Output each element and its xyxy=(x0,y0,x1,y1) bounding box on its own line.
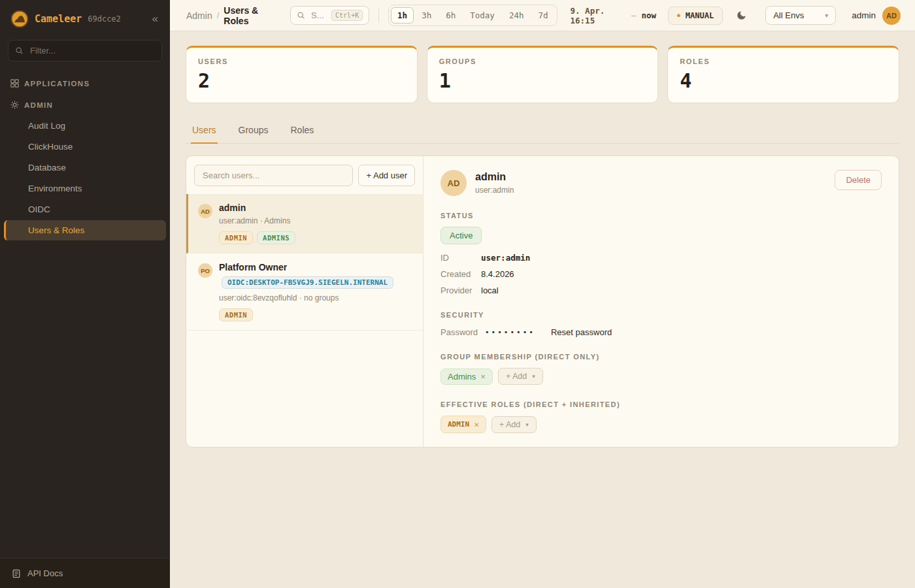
roles-section-label: EFFECTIVE ROLES (DIRECT + INHERITED) xyxy=(441,400,882,408)
reset-password-link[interactable]: Reset password xyxy=(551,327,612,337)
field-value: local xyxy=(481,286,499,295)
user-row-badges: ADMIN xyxy=(219,308,414,321)
add-role-button[interactable]: + Add ▾ xyxy=(491,416,537,433)
add-user-button[interactable]: + Add user xyxy=(358,165,415,186)
user-list-toolbar: + Add user xyxy=(186,156,423,194)
user-detail: AD admin user:admin Delete STATUS Active… xyxy=(424,156,899,447)
sidebar-item-label: Database xyxy=(28,163,66,172)
user-list: + Add user AD admin user:admin · Admins … xyxy=(186,156,424,447)
section-label: APPLICATIONS xyxy=(24,80,90,88)
groups-section-label: GROUP MEMBERSHIP (DIRECT ONLY) xyxy=(441,353,882,361)
user-menu[interactable]: admin AD xyxy=(852,7,901,25)
sidebar-item-label: OIDC xyxy=(28,204,50,214)
sidebar-item-users-roles[interactable]: Users & Roles xyxy=(4,220,166,240)
breadcrumb-separator: / xyxy=(217,10,220,20)
sidebar-item-api-docs[interactable]: API Docs xyxy=(0,558,170,588)
user-list-item-admin[interactable]: AD admin user:admin · Admins ADMIN ADMIN… xyxy=(186,194,423,253)
breadcrumb: Admin / Users & Roles xyxy=(186,5,277,26)
group-chip-admins[interactable]: Admins × xyxy=(441,368,493,385)
delete-user-button[interactable]: Delete xyxy=(835,170,882,190)
sidebar-item-oidc[interactable]: OIDC xyxy=(4,199,166,220)
user-detail-name: admin xyxy=(475,171,514,183)
global-search[interactable]: Ctrl+K xyxy=(290,6,369,25)
time-range-1h[interactable]: 1h xyxy=(391,7,414,24)
user-row-body: admin user:admin · Admins ADMIN ADMINS xyxy=(219,203,414,244)
user-list-item-platform-owner[interactable]: PO Platform Owner OIDC:DESKTOP-FB5VGJ9.S… xyxy=(186,253,423,331)
search-shortcut-kbd: Ctrl+K xyxy=(331,10,363,21)
status-badge: Active xyxy=(441,227,482,244)
role-badge: ADMIN xyxy=(219,231,253,244)
time-range-today[interactable]: Today xyxy=(463,7,501,24)
sidebar-item-database[interactable]: Database xyxy=(4,157,166,178)
user-search[interactable] xyxy=(194,165,353,186)
avatar: AD xyxy=(441,170,467,196)
app-logo[interactable]: Cameleer xyxy=(35,13,82,25)
document-icon xyxy=(12,569,21,578)
search-icon xyxy=(15,46,24,55)
password-label: Password xyxy=(441,327,485,337)
sidebar-item-clickhouse[interactable]: ClickHouse xyxy=(4,137,166,157)
time-range-display[interactable]: 9. Apr. 16:15 — now xyxy=(571,6,656,25)
field-id: ID user:admin xyxy=(441,253,882,263)
user-fields: ID user:admin Created 8.4.2026 Provider … xyxy=(441,253,882,295)
field-created: Created 8.4.2026 xyxy=(441,269,882,279)
group-chip-label: Admins xyxy=(448,372,476,382)
avatar: PO xyxy=(198,263,212,278)
role-badge: ADMIN xyxy=(219,308,253,321)
user-detail-header: AD admin user:admin Delete xyxy=(441,170,882,196)
sidebar: Cameleer 69dcce2 « APPLICATIONS xyxy=(0,0,170,588)
tab-roles[interactable]: Roles xyxy=(289,119,315,144)
password-mask: •••••••• xyxy=(485,328,535,336)
avatar: AD xyxy=(198,204,212,218)
sidebar-filter-input[interactable] xyxy=(29,45,155,56)
field-value: user:admin xyxy=(481,253,530,263)
sidebar-item-audit-log[interactable]: Audit Log xyxy=(4,116,166,136)
env-selector[interactable]: All Envs ▾ xyxy=(765,6,836,25)
time-to: now xyxy=(641,10,656,20)
sidebar-item-label: Users & Roles xyxy=(28,225,84,235)
theme-toggle-button[interactable] xyxy=(732,6,751,25)
tab-users[interactable]: Users xyxy=(191,119,218,144)
tab-groups[interactable]: Groups xyxy=(237,119,270,144)
breadcrumb-parent[interactable]: Admin xyxy=(186,10,212,21)
user-search-input[interactable] xyxy=(201,170,346,181)
user-name: admin xyxy=(852,10,876,20)
user-row-subtitle: user:oidc:8evzqofluhld · no groups xyxy=(219,293,414,302)
stat-card-roles[interactable]: ROLES 4 xyxy=(667,46,899,103)
role-chips: ADMIN × + Add ▾ xyxy=(441,416,882,433)
add-role-label: + Add xyxy=(499,420,520,429)
time-separator: — xyxy=(631,10,637,20)
user-row-subtitle: user:admin · Admins xyxy=(219,216,414,225)
user-row-name: admin xyxy=(219,203,414,213)
time-range-7d[interactable]: 7d xyxy=(531,7,554,24)
sidebar-item-environments[interactable]: Environments xyxy=(4,178,166,199)
time-range-3h[interactable]: 3h xyxy=(415,7,438,24)
sidebar-item-label: Audit Log xyxy=(28,121,65,131)
stat-cards: USERS 2 GROUPS 1 ROLES 4 xyxy=(186,46,899,103)
stat-card-groups[interactable]: GROUPS 1 xyxy=(427,46,659,103)
sidebar-collapse-button[interactable]: « xyxy=(148,11,162,27)
user-row-name: Platform Owner xyxy=(219,262,414,272)
role-chip-admin[interactable]: ADMIN × xyxy=(441,416,486,433)
global-search-input[interactable] xyxy=(310,10,327,21)
time-range-6h[interactable]: 6h xyxy=(439,7,462,24)
camel-logo-icon xyxy=(10,10,29,28)
time-range-24h[interactable]: 24h xyxy=(503,7,531,24)
oidc-issuer-badge: OIDC:DESKTOP-FB5VGJ9.SIEGELN.INTERNAL xyxy=(222,276,393,289)
stat-card-users[interactable]: USERS 2 xyxy=(186,46,418,103)
sidebar-section-applications[interactable]: APPLICATIONS xyxy=(0,72,170,93)
env-selector-value: All Envs xyxy=(773,10,804,20)
avatar[interactable]: AD xyxy=(882,7,901,25)
remove-icon[interactable]: × xyxy=(474,419,479,429)
refresh-mode-button[interactable]: ● MANUAL xyxy=(668,7,723,25)
stat-value: 4 xyxy=(680,69,887,92)
sidebar-section-admin[interactable]: ADMIN xyxy=(0,93,170,115)
field-value: 8.4.2026 xyxy=(481,269,514,279)
tab-bar: Users Groups Roles xyxy=(186,119,899,144)
sidebar-nav: Audit Log ClickHouse Database Environmen… xyxy=(0,115,170,241)
remove-icon[interactable]: × xyxy=(480,372,486,382)
top-bar: Admin / Users & Roles Ctrl+K 1h 3h 6h To… xyxy=(170,0,915,31)
add-group-button[interactable]: + Add ▾ xyxy=(498,368,543,385)
chevron-down-icon: ▾ xyxy=(525,421,529,428)
user-row-body: Platform Owner OIDC:DESKTOP-FB5VGJ9.SIEG… xyxy=(219,262,414,321)
